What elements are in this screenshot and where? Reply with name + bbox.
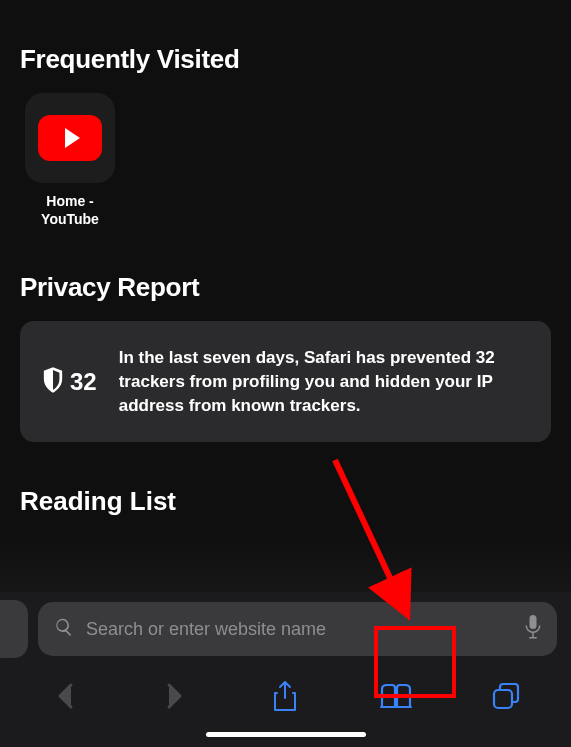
site-label: Home - YouTube xyxy=(41,193,99,228)
back-button[interactable] xyxy=(20,672,110,720)
shield-icon xyxy=(42,367,64,397)
svg-rect-0 xyxy=(494,690,512,708)
toolbar xyxy=(0,664,571,728)
home-indicator[interactable] xyxy=(206,732,366,737)
share-button[interactable] xyxy=(240,672,330,720)
microphone-icon[interactable] xyxy=(525,615,541,643)
adjacent-tab-peek[interactable] xyxy=(0,600,28,658)
privacy-report-title: Privacy Report xyxy=(20,272,551,303)
frequently-visited-title: Frequently Visited xyxy=(20,44,551,75)
reading-list-title: Reading List xyxy=(20,486,551,517)
search-icon xyxy=(54,617,74,641)
tabs-button[interactable] xyxy=(461,672,551,720)
privacy-report-card[interactable]: 32 In the last seven days, Safari has pr… xyxy=(20,321,551,442)
privacy-badge: 32 xyxy=(42,367,97,397)
search-placeholder: Search or enter website name xyxy=(86,619,513,640)
privacy-report-text: In the last seven days, Safari has preve… xyxy=(119,346,529,417)
frequently-visited-grid: Home - YouTube xyxy=(20,93,551,228)
address-bar[interactable]: Search or enter website name xyxy=(38,602,557,656)
forward-button[interactable] xyxy=(130,672,220,720)
bookmarks-button[interactable] xyxy=(351,672,441,720)
privacy-tracker-count: 32 xyxy=(70,368,97,396)
bottom-bar: Search or enter website name xyxy=(0,592,571,747)
site-tile-youtube[interactable]: Home - YouTube xyxy=(20,93,120,228)
youtube-icon xyxy=(25,93,115,183)
